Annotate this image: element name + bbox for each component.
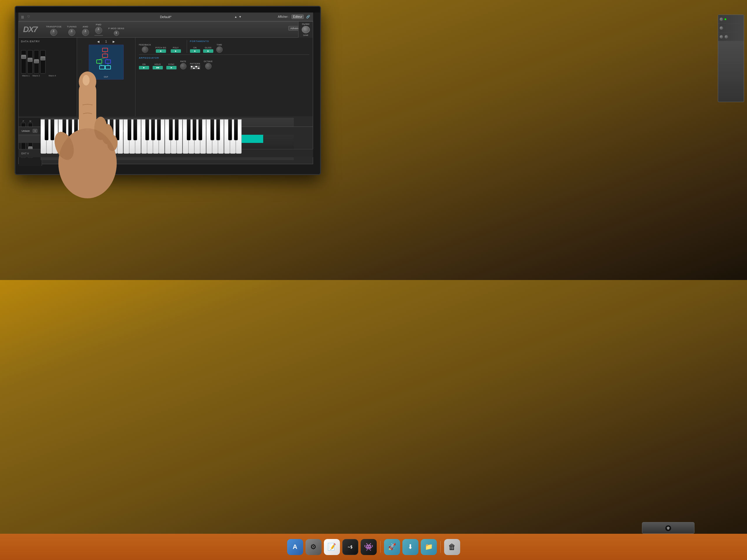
transpose-knob[interactable] xyxy=(50,29,57,36)
slider-track-1[interactable] xyxy=(21,50,26,74)
key-gs3[interactable] xyxy=(151,119,155,140)
screen-content: ||| ♡ Default* ▲ ▼ Afficher : Éditeur 🔗 … xyxy=(18,12,313,170)
arp-on-control: ON ▶ xyxy=(139,63,149,70)
arp-rate-control: RATE xyxy=(180,60,186,70)
key-gs5[interactable] xyxy=(234,119,238,140)
plugin-window: DX7 TRANSPOSE TUNING AMD xyxy=(18,21,313,164)
key-ds1[interactable] xyxy=(50,119,54,140)
key-cs4[interactable] xyxy=(169,119,173,140)
slider-track-2[interactable] xyxy=(27,50,33,74)
portamento-gliss-button[interactable]: ▶ xyxy=(203,49,213,53)
up-arrow-icon[interactable]: ▲ xyxy=(234,15,237,18)
operator-5[interactable] xyxy=(99,65,105,70)
operator-4[interactable] xyxy=(105,59,111,63)
header-knobs: TRANSPOSE TUNING AMD PMD xyxy=(46,23,124,36)
slider-group-1 xyxy=(21,50,26,74)
down-arrow-icon[interactable]: ▼ xyxy=(239,15,241,18)
p-mod-sens-knob[interactable] xyxy=(114,31,119,36)
transpose-control: TRANSPOSE xyxy=(46,25,61,36)
key-fs5[interactable] xyxy=(228,119,232,140)
key-fs4[interactable] xyxy=(187,119,190,140)
arp-sync-button[interactable]: ▶ xyxy=(166,66,177,70)
key-as4[interactable] xyxy=(199,119,202,140)
pattern-dot-3 xyxy=(195,66,197,68)
arp-pattern-label: PATTERN xyxy=(190,63,200,65)
key-fs1[interactable] xyxy=(62,119,66,140)
pmd-knob[interactable] xyxy=(95,27,102,34)
arp-octave-knob[interactable] xyxy=(205,63,211,70)
pattern-dot-1 xyxy=(191,66,193,68)
arp-octave-label: OCTAVE xyxy=(204,60,213,62)
plugin-body: DATA ENTRY xyxy=(19,37,313,116)
operator-1[interactable] xyxy=(102,48,108,52)
arp-hold-label: HOLD xyxy=(155,63,161,65)
editor-dropdown[interactable]: Éditeur xyxy=(291,15,304,19)
key-ds5[interactable] xyxy=(216,119,220,140)
pitch-eg-label: PITCH EG xyxy=(156,47,166,49)
slider-track-3[interactable] xyxy=(34,50,39,74)
pitch-eg-button[interactable]: ▶ xyxy=(156,49,166,53)
key-cs1[interactable] xyxy=(45,119,48,140)
slider-thumb-2 xyxy=(28,58,32,62)
data-entry-label: DATA ENTRY xyxy=(21,40,74,43)
key-gs2[interactable] xyxy=(110,119,113,140)
portamento-on-button[interactable]: ▶ xyxy=(190,49,200,53)
level-label: Level xyxy=(303,34,308,36)
arpeggiator-section: ARPEGGIATOR ON ▶ HOLD ▶▶ SYNC xyxy=(139,55,309,70)
tuning-knob[interactable] xyxy=(68,29,75,36)
portamento-time-knob[interactable] xyxy=(216,46,223,53)
arp-pattern-display[interactable] xyxy=(190,65,200,70)
amd-label: AMD xyxy=(83,25,88,28)
link-icon: 🔗 xyxy=(306,15,310,19)
key-cs5[interactable] xyxy=(210,119,214,140)
key-ds3[interactable] xyxy=(133,119,137,140)
key-as3[interactable] xyxy=(157,119,161,140)
pattern-dot-5 xyxy=(191,68,193,69)
top-controls-row: FEEDBACK PITCH EG ▶ POLY ▶ xyxy=(139,40,309,53)
slider-track-4[interactable] xyxy=(40,50,46,74)
key-cs2[interactable] xyxy=(86,119,90,140)
pattern-dot-8 xyxy=(198,68,200,69)
arp-hold-button[interactable]: ▶▶ xyxy=(153,66,163,70)
operator-3[interactable] xyxy=(96,59,102,63)
pattern-dot-6 xyxy=(193,68,195,69)
arp-rate-knob[interactable] xyxy=(180,63,186,70)
slider-group-3 xyxy=(34,50,39,74)
slider-thumb-4 xyxy=(41,56,45,60)
key-gs1[interactable] xyxy=(68,119,72,140)
feedback-knob[interactable] xyxy=(142,46,148,53)
key-fs2[interactable] xyxy=(104,119,108,140)
monitor-frame: ||| ♡ Default* ▲ ▼ Afficher : Éditeur 🔗 … xyxy=(15,6,321,175)
amd-knob[interactable] xyxy=(82,29,89,36)
key-ds4[interactable] xyxy=(175,119,179,140)
slider-group-2 xyxy=(27,50,33,74)
slider-group-4 xyxy=(40,50,46,74)
unison-value[interactable]: 1 xyxy=(33,129,37,133)
portamento-controls: ON ▶ GLISS ▶ TIME xyxy=(190,44,223,53)
pmd-slider[interactable] xyxy=(94,35,103,36)
amd-control: AMD xyxy=(82,25,89,36)
key-fs3[interactable] xyxy=(145,119,149,140)
key-ds2[interactable] xyxy=(92,119,96,140)
bookmark-icon: ||| xyxy=(21,15,24,19)
key-cs3[interactable] xyxy=(128,119,131,140)
key-as2[interactable] xyxy=(115,119,119,140)
operator-display[interactable]: OUT xyxy=(89,45,124,80)
dry-wet-knob[interactable] xyxy=(302,26,310,33)
out-label: OUT xyxy=(104,76,108,78)
operator-6[interactable] xyxy=(105,65,111,70)
arp-sync-control: SYNC ▶ xyxy=(166,63,177,70)
arp-on-label: ON xyxy=(143,63,146,65)
nav-arrows: ◀ 1 ▶ xyxy=(79,40,133,43)
prev-patch-button[interactable]: ◀ xyxy=(97,40,100,43)
feedback-control: FEEDBACK xyxy=(139,44,151,53)
macro-2-label: Macro 2 xyxy=(32,75,40,77)
next-patch-button[interactable]: ▶ xyxy=(113,40,115,43)
arp-on-button[interactable]: ▶ xyxy=(139,66,149,70)
pmd-control: PMD xyxy=(94,23,103,36)
operator-2[interactable] xyxy=(102,54,108,58)
poly-button[interactable]: ▶ xyxy=(171,49,181,53)
key-gs4[interactable] xyxy=(192,119,197,140)
key-as1[interactable] xyxy=(74,119,78,140)
arpeggiator-controls: ON ▶ HOLD ▶▶ SYNC ▶ xyxy=(139,60,309,70)
